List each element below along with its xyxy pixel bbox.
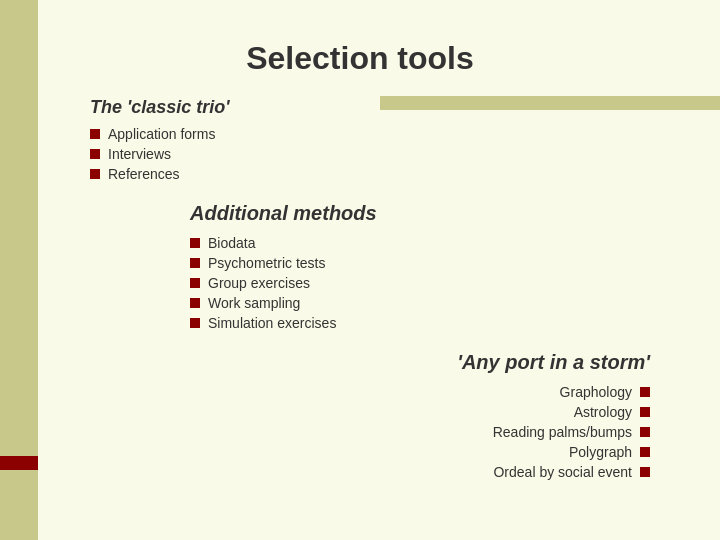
list-item: Simulation exercises bbox=[190, 315, 680, 331]
list-item: Ordeal by social event bbox=[390, 464, 680, 480]
bullet-icon bbox=[190, 238, 200, 248]
list-item: Reading palms/bumps bbox=[390, 424, 680, 440]
any-port-heading: 'Any port in a storm' bbox=[390, 351, 650, 374]
additional-methods-section: Additional methods Biodata Psychometric … bbox=[190, 202, 680, 480]
any-port-item-2: Astrology bbox=[574, 404, 632, 420]
list-item: Graphology bbox=[390, 384, 680, 400]
bullet-icon bbox=[640, 467, 650, 477]
any-port-section: 'Any port in a storm' Graphology Astrolo… bbox=[390, 351, 680, 480]
list-item: Astrology bbox=[390, 404, 680, 420]
any-port-item-5: Ordeal by social event bbox=[493, 464, 632, 480]
list-item: References bbox=[90, 166, 680, 182]
bullet-icon bbox=[90, 169, 100, 179]
bullet-icon bbox=[640, 427, 650, 437]
list-item: Interviews bbox=[90, 146, 680, 162]
list-item: Biodata bbox=[190, 235, 680, 251]
any-port-list: Graphology Astrology Reading palms/bumps… bbox=[390, 384, 680, 480]
list-item: Group exercises bbox=[190, 275, 680, 291]
list-item: Application forms bbox=[90, 126, 680, 142]
classic-trio-item-3: References bbox=[108, 166, 180, 182]
additional-methods-list: Biodata Psychometric tests Group exercis… bbox=[190, 235, 680, 331]
bullet-icon bbox=[190, 258, 200, 268]
additional-item-1: Biodata bbox=[208, 235, 255, 251]
additional-item-3: Group exercises bbox=[208, 275, 310, 291]
list-item: Work sampling bbox=[190, 295, 680, 311]
classic-trio-item-2: Interviews bbox=[108, 146, 171, 162]
classic-trio-section: The 'classic trio' Application forms Int… bbox=[90, 97, 680, 182]
additional-item-2: Psychometric tests bbox=[208, 255, 325, 271]
classic-trio-list: Application forms Interviews References bbox=[90, 126, 680, 182]
page-title: Selection tools bbox=[40, 30, 680, 77]
additional-item-5: Simulation exercises bbox=[208, 315, 336, 331]
additional-item-4: Work sampling bbox=[208, 295, 300, 311]
any-port-item-3: Reading palms/bumps bbox=[493, 424, 632, 440]
bullet-icon bbox=[190, 278, 200, 288]
bullet-icon bbox=[190, 318, 200, 328]
bullet-icon bbox=[640, 407, 650, 417]
slide-content: Selection tools The 'classic trio' Appli… bbox=[90, 20, 680, 480]
bullet-icon bbox=[90, 129, 100, 139]
additional-methods-heading: Additional methods bbox=[190, 202, 680, 225]
any-port-item-4: Polygraph bbox=[569, 444, 632, 460]
classic-trio-heading: The 'classic trio' bbox=[90, 97, 680, 118]
list-item: Psychometric tests bbox=[190, 255, 680, 271]
bullet-icon bbox=[190, 298, 200, 308]
bullet-icon bbox=[640, 447, 650, 457]
any-port-item-1: Graphology bbox=[560, 384, 632, 400]
classic-trio-item-1: Application forms bbox=[108, 126, 215, 142]
bullet-icon bbox=[90, 149, 100, 159]
slide: Selection tools The 'classic trio' Appli… bbox=[0, 0, 720, 540]
list-item: Polygraph bbox=[390, 444, 680, 460]
bullet-icon bbox=[640, 387, 650, 397]
bottom-left-accent-bar bbox=[0, 456, 38, 470]
